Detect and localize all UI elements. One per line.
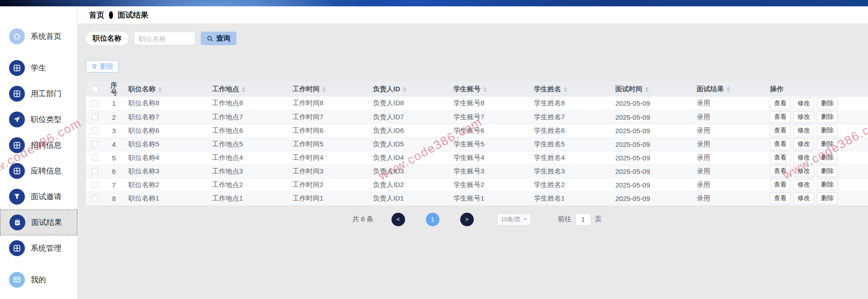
page-size-value: 10条/页 bbox=[501, 215, 521, 224]
cell-interview_time: 2025-05-09 bbox=[611, 110, 692, 124]
sidebar-item-employing-department[interactable]: 用工部门 bbox=[0, 81, 77, 107]
column-header-label: 负责人ID bbox=[373, 85, 400, 93]
cell-work_time: 工作时间6 bbox=[288, 124, 368, 137]
view-button[interactable]: 查看 bbox=[770, 111, 791, 123]
main-area: 首页 面试结果 职位名称 查询 删除 序号职位名称工作地点工作时间负责人ID学生… bbox=[78, 6, 868, 299]
sort-caret-icon[interactable] bbox=[564, 87, 567, 92]
column-header-2[interactable]: 工作地点 bbox=[208, 81, 288, 97]
cell-position_name: 职位名称6 bbox=[124, 124, 208, 137]
edit-button[interactable]: 修改 bbox=[793, 98, 814, 109]
cell-work_time: 工作时间4 bbox=[288, 151, 368, 164]
edit-button[interactable]: 修改 bbox=[793, 192, 814, 204]
sidebar-item-mine[interactable]: 我的 bbox=[0, 267, 77, 293]
sidebar-item-interview-result[interactable]: 面试结果 bbox=[0, 210, 77, 235]
pagination-pages: < 1 > bbox=[392, 213, 474, 226]
cell-student_name: 学生姓名5 bbox=[529, 137, 611, 151]
goto-page: 前往 页 bbox=[558, 214, 602, 225]
view-button[interactable]: 查看 bbox=[770, 138, 791, 150]
delete-row-button[interactable]: 删除 bbox=[817, 179, 838, 191]
sidebar-item-application-info[interactable]: 应聘信息 bbox=[0, 158, 77, 184]
current-page-button[interactable]: 1 bbox=[426, 213, 439, 226]
view-button[interactable]: 查看 bbox=[770, 179, 791, 191]
position-name-input[interactable] bbox=[134, 32, 195, 45]
sort-caret-icon[interactable] bbox=[322, 87, 326, 92]
cell-interview_time: 2025-05-09 bbox=[611, 124, 692, 137]
sidebar-item-interview-invitation[interactable]: 面试邀请 bbox=[0, 184, 77, 210]
cell-interview_time: 2025-05-09 bbox=[611, 178, 692, 192]
column-header-8[interactable]: 面试结果 bbox=[692, 81, 765, 97]
prev-page-button[interactable]: < bbox=[392, 213, 405, 226]
edit-button[interactable]: 修改 bbox=[793, 179, 814, 191]
edit-button[interactable]: 修改 bbox=[793, 138, 814, 150]
sidebar-item-system-management[interactable]: 系统管理 bbox=[0, 235, 77, 261]
breadcrumb-separator-icon bbox=[109, 11, 113, 19]
sidebar-item-students[interactable]: 学生 bbox=[0, 55, 77, 81]
column-header-5[interactable]: 学生账号 bbox=[449, 81, 529, 97]
row-checkbox[interactable] bbox=[92, 100, 98, 107]
sidebar-item-system-home[interactable]: 系统首页 bbox=[0, 23, 77, 49]
cell-student_name: 学生姓名8 bbox=[529, 97, 611, 110]
table-row: 6职位名称3工作地点3工作时间3负责人ID3学生账号3学生姓名32025-05-… bbox=[86, 164, 868, 178]
column-header-1[interactable]: 职位名称 bbox=[124, 81, 208, 97]
delete-row-button[interactable]: 删除 bbox=[817, 138, 838, 150]
query-button[interactable]: 查询 bbox=[201, 32, 236, 45]
row-checkbox[interactable] bbox=[92, 182, 98, 188]
row-checkbox[interactable] bbox=[92, 154, 98, 161]
sidebar-item-recruitment-info[interactable]: 招聘信息 bbox=[0, 132, 77, 158]
view-button[interactable]: 查看 bbox=[770, 98, 791, 109]
bulk-delete-label: 删除 bbox=[100, 62, 113, 71]
row-checkbox[interactable] bbox=[92, 114, 98, 120]
table-row: 2职位名称7工作地点7工作时间7负责人ID7学生账号7学生姓名72025-05-… bbox=[86, 110, 868, 124]
bulk-delete-button[interactable]: 删除 bbox=[86, 60, 119, 73]
cell-interview_result: 录用 bbox=[692, 97, 765, 110]
column-header-0: 序号 bbox=[104, 81, 124, 97]
sort-caret-icon[interactable] bbox=[483, 87, 487, 92]
breadcrumb-home[interactable]: 首页 bbox=[89, 10, 104, 20]
delete-row-button[interactable]: 删除 bbox=[817, 111, 838, 123]
cell-interview_result: 录用 bbox=[692, 137, 765, 151]
delete-row-button[interactable]: 删除 bbox=[817, 125, 838, 136]
column-header-6[interactable]: 学生姓名 bbox=[529, 81, 611, 97]
sidebar-item-position-type[interactable]: 职位类型 bbox=[0, 107, 77, 132]
view-button[interactable]: 查看 bbox=[770, 165, 791, 177]
cell-student_account: 学生账号2 bbox=[449, 178, 529, 192]
edit-button[interactable]: 修改 bbox=[793, 165, 814, 177]
cell-interview_result: 录用 bbox=[692, 151, 765, 164]
sort-caret-icon[interactable] bbox=[726, 87, 730, 92]
cell-student_account: 学生账号6 bbox=[449, 124, 529, 137]
column-header-label: 学生账号 bbox=[453, 85, 481, 93]
cell-position_name: 职位名称2 bbox=[124, 178, 208, 192]
view-button[interactable]: 查看 bbox=[770, 152, 791, 164]
view-button[interactable]: 查看 bbox=[770, 192, 791, 204]
sort-caret-icon[interactable] bbox=[645, 87, 649, 92]
sort-caret-icon[interactable] bbox=[242, 87, 245, 92]
delete-row-button[interactable]: 删除 bbox=[817, 98, 838, 109]
column-header-7[interactable]: 面试时间 bbox=[611, 81, 692, 97]
column-header-4[interactable]: 负责人ID bbox=[368, 81, 449, 97]
delete-row-button[interactable]: 删除 bbox=[817, 192, 838, 204]
edit-button[interactable]: 修改 bbox=[793, 125, 814, 136]
cell-student_account: 学生账号3 bbox=[449, 164, 529, 178]
row-checkbox[interactable] bbox=[92, 195, 98, 201]
goto-page-input[interactable] bbox=[576, 214, 591, 225]
column-header-3[interactable]: 工作时间 bbox=[288, 81, 368, 97]
edit-button[interactable]: 修改 bbox=[793, 111, 814, 123]
select-all-checkbox[interactable] bbox=[92, 86, 98, 92]
column-header-label: 面试时间 bbox=[615, 85, 642, 93]
sort-caret-icon[interactable] bbox=[403, 87, 406, 92]
row-checkbox[interactable] bbox=[92, 127, 98, 134]
row-actions: 查看修改删除 bbox=[765, 164, 868, 178]
row-checkbox[interactable] bbox=[92, 141, 98, 147]
row-checkbox[interactable] bbox=[92, 168, 98, 174]
view-button[interactable]: 查看 bbox=[770, 125, 791, 136]
sort-caret-icon[interactable] bbox=[158, 87, 162, 92]
delete-row-button[interactable]: 删除 bbox=[817, 165, 838, 177]
delete-row-button[interactable]: 删除 bbox=[817, 152, 838, 164]
next-page-button[interactable]: > bbox=[460, 213, 474, 226]
column-header-label: 面试结果 bbox=[697, 85, 724, 93]
edit-button[interactable]: 修改 bbox=[793, 152, 814, 164]
cell-student_account: 学生账号7 bbox=[449, 110, 529, 124]
page-size-select[interactable]: 10条/页 bbox=[497, 214, 531, 225]
cell-manager_id: 负责人ID3 bbox=[368, 164, 449, 178]
cell-student_name: 学生姓名7 bbox=[529, 110, 611, 124]
